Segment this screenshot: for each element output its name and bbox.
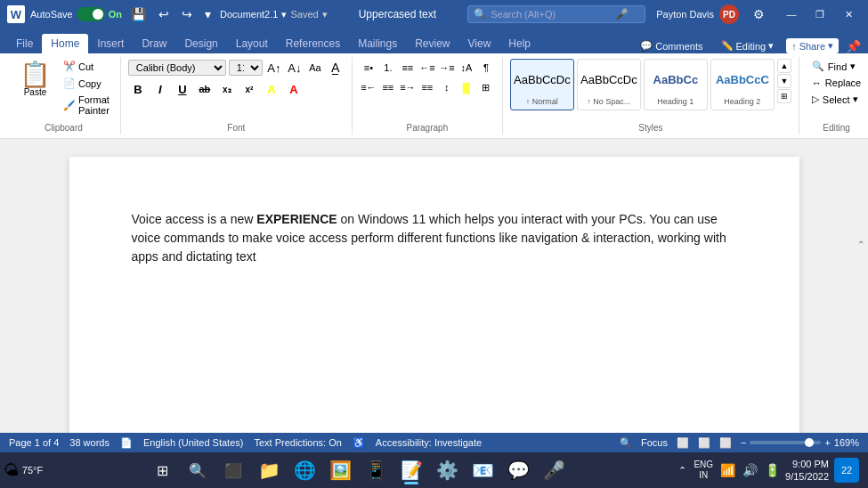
weather-widget[interactable]: 🌤 75°F (9, 456, 37, 484)
format-painter-button[interactable]: 🖌️ Format Painter (60, 93, 113, 118)
close-button[interactable]: ✕ (836, 5, 861, 23)
style-heading2[interactable]: AaBbCcC Heading 2 (710, 59, 775, 110)
taskbar-outlook[interactable]: 📧 (466, 454, 499, 486)
styles-scroll-down[interactable]: ▼ (777, 74, 791, 88)
tab-file[interactable]: File (7, 34, 42, 53)
view-normal-icon[interactable]: ⬜ (677, 437, 689, 449)
italic-button[interactable]: I (150, 79, 170, 99)
taskbar-word[interactable]: 📝 (395, 454, 427, 486)
style-no-spacing[interactable]: AaBbCcDc ↑ No Spac... (577, 59, 641, 110)
tab-references[interactable]: References (277, 34, 349, 53)
strikethrough-button[interactable]: ab (195, 79, 215, 99)
numbering-button[interactable]: 1. (379, 59, 397, 77)
view-read-icon[interactable]: ⬜ (719, 437, 732, 449)
comments-button[interactable]: 💬 Comments (635, 38, 708, 53)
align-right-button[interactable]: ≡→ (399, 78, 417, 96)
search-input[interactable] (491, 9, 615, 20)
clear-formatting-button[interactable]: A̲ (327, 59, 345, 77)
tab-design[interactable]: Design (175, 34, 226, 53)
line-spacing-button[interactable]: ↕ (438, 78, 456, 96)
superscript-button[interactable]: x² (239, 79, 259, 99)
notification-button[interactable]: 22 (834, 458, 859, 483)
zoom-minus-button[interactable]: − (741, 437, 746, 448)
volume-icon[interactable]: 🔊 (742, 463, 758, 477)
decrease-font-button[interactable]: A↓ (286, 59, 304, 77)
shading-button[interactable]: ▓ (458, 78, 475, 96)
decrease-indent-button[interactable]: ←≡ (418, 59, 436, 77)
taskbar-photos[interactable]: 🖼️ (324, 454, 356, 486)
redo-icon[interactable]: ↪ (178, 5, 196, 23)
text-predictions[interactable]: Text Predictions: On (254, 437, 341, 448)
time-area[interactable]: 9:00 PM 9/15/2022 (785, 458, 829, 484)
tray-chevron-icon[interactable]: ⌃ (678, 465, 686, 476)
text-highlight-button[interactable]: A (262, 79, 281, 99)
align-center-button[interactable]: ≡≡ (379, 78, 397, 96)
increase-indent-button[interactable]: →≡ (438, 59, 456, 77)
taskbar-settings[interactable]: ⚙️ (431, 454, 463, 486)
tab-help[interactable]: Help (499, 34, 539, 53)
tab-view[interactable]: View (459, 34, 500, 53)
share-button[interactable]: ↑ Share ▾ (786, 38, 839, 53)
taskbar-taskview[interactable]: ⬛ (217, 454, 249, 486)
editing-button[interactable]: ✏️ Editing ▾ (716, 38, 780, 53)
accessibility-info[interactable]: Accessibility: Investigate (376, 437, 482, 448)
replace-button[interactable]: ↔ Replace (807, 76, 866, 90)
tab-mailings[interactable]: Mailings (349, 34, 406, 53)
tab-insert[interactable]: Insert (88, 34, 133, 53)
bold-button[interactable]: B (128, 79, 148, 99)
zoom-slider[interactable] (750, 441, 821, 444)
view-web-icon[interactable]: ⬜ (698, 437, 710, 449)
minimize-button[interactable]: — (779, 5, 804, 23)
focus-label[interactable]: Focus (641, 437, 668, 448)
borders-button[interactable]: ⊞ (477, 78, 495, 96)
font-color-button[interactable]: A (284, 79, 304, 99)
more-commands-icon[interactable]: ▾ (201, 5, 215, 23)
styles-scroll-up[interactable]: ▲ (777, 59, 791, 73)
font-size-select[interactable]: 11 (229, 60, 263, 76)
settings-icon[interactable]: ⚙ (750, 5, 768, 23)
zoom-plus-button[interactable]: + (824, 437, 830, 448)
undo-icon[interactable]: ↩ (155, 5, 173, 23)
bullets-button[interactable]: ≡• (360, 59, 377, 77)
zoom-level[interactable]: 169% (834, 437, 859, 448)
taskbar-edge[interactable]: 🌐 (288, 454, 320, 486)
taskbar-start[interactable]: ⊞ (146, 454, 178, 486)
change-case-button[interactable]: Aa (306, 59, 324, 77)
battery-icon[interactable]: 🔋 (765, 463, 780, 477)
taskbar-voice-access[interactable]: 🎤 (538, 454, 570, 486)
search-bar[interactable]: 🔍 🎤 (467, 5, 645, 23)
tab-home[interactable]: Home (42, 34, 88, 53)
tab-layout[interactable]: Layout (227, 34, 277, 53)
ribbon-collapse-icon[interactable]: ⌃ (857, 240, 864, 249)
show-formatting-button[interactable]: ¶ (477, 59, 495, 77)
autosave-toggle[interactable] (77, 7, 105, 21)
style-heading1[interactable]: AaBbCc Heading 1 (644, 59, 708, 110)
multilevel-list-button[interactable]: ≡≡ (399, 59, 417, 77)
language-info[interactable]: English (United States) (143, 437, 244, 448)
save-icon[interactable]: 💾 (127, 5, 150, 23)
cut-button[interactable]: ✂️ Cut (60, 59, 113, 74)
ribbon-pin-icon[interactable]: 📌 (846, 39, 861, 53)
wifi-icon[interactable]: 📶 (720, 463, 735, 477)
sort-button[interactable]: ↕A (458, 59, 475, 77)
taskbar-search[interactable]: 🔍 (182, 454, 214, 486)
font-family-select[interactable]: Calibri (Body) (128, 60, 226, 76)
style-normal[interactable]: AaBbCcDc ↑ Normal (510, 59, 574, 110)
restore-button[interactable]: ❐ (807, 5, 832, 23)
styles-expand[interactable]: ⊞ (777, 89, 791, 103)
subscript-button[interactable]: x₂ (217, 79, 237, 99)
increase-font-button[interactable]: A↑ (265, 59, 283, 77)
select-button[interactable]: ▷ Select ▾ (807, 92, 866, 107)
user-avatar[interactable]: PD (719, 4, 739, 24)
underline-button[interactable]: U (173, 79, 192, 99)
lang-indicator[interactable]: ENGIN (694, 460, 713, 481)
tab-review[interactable]: Review (406, 34, 458, 53)
taskbar-teams[interactable]: 💬 (502, 454, 534, 486)
paste-button[interactable]: 📋 Paste (14, 59, 56, 118)
find-button[interactable]: 🔍 Find ▾ (807, 59, 866, 74)
align-left-button[interactable]: ≡← (360, 78, 377, 96)
tab-draw[interactable]: Draw (133, 34, 175, 53)
taskbar-phone-link[interactable]: 📱 (360, 454, 392, 486)
justify-button[interactable]: ≡≡ (418, 78, 436, 96)
taskbar-file-explorer[interactable]: 📁 (253, 454, 285, 486)
